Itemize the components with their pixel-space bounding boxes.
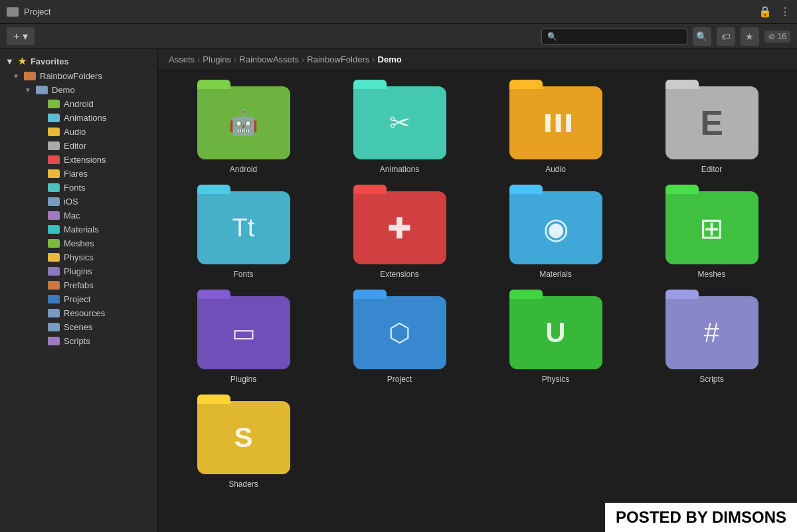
folder-small-icon: [48, 155, 60, 164]
folder-label: Project: [387, 375, 412, 384]
folder-item-meshes[interactable]: ⊞Meshes: [637, 186, 786, 284]
favorites-header[interactable]: ▼ ★ Favorites: [0, 53, 157, 69]
sidebar-item-ios[interactable]: iOS: [0, 195, 157, 209]
folder-small-icon: [48, 169, 60, 178]
folder-label: Physics: [542, 375, 569, 384]
sidebar-item-audio[interactable]: Audio: [0, 125, 157, 139]
search-input[interactable]: [541, 29, 687, 44]
folder-item-android[interactable]: 🤖Android: [169, 81, 318, 179]
folder-item-shaders[interactable]: SShaders: [169, 396, 318, 494]
folder-item-scripts[interactable]: #Scripts: [637, 291, 786, 389]
breadcrumb-demo[interactable]: Demo: [378, 54, 402, 64]
folder-item-plugins[interactable]: ▭Plugins: [169, 291, 318, 389]
sidebar-item-label: Plugins: [64, 266, 92, 276]
breadcrumb-rainbowfolders[interactable]: RainbowFolders: [307, 54, 369, 64]
sidebar-item-flares[interactable]: Flares: [0, 167, 157, 181]
title-bar: Project 🔒 ⋮: [0, 0, 797, 24]
folder-icon-plugins: ▭: [232, 318, 256, 347]
sidebar-item-prefabs[interactable]: Prefabs: [0, 278, 157, 292]
sidebar-item-physics[interactable]: Physics: [0, 250, 157, 264]
folder-small-icon: [48, 141, 60, 150]
sidebar-item-meshes[interactable]: Meshes: [0, 236, 157, 250]
sidebar-item-label: Meshes: [64, 238, 94, 248]
sidebar-item-scenes[interactable]: Scenes: [0, 320, 157, 334]
sidebar-item-project[interactable]: Project: [0, 292, 157, 306]
sidebar-item-label: Editor: [64, 141, 86, 151]
watermark: POSTED BY DIMSONS: [605, 503, 797, 532]
folder-item-audio[interactable]: ▐▐▐Audio: [481, 81, 630, 179]
add-button[interactable]: + ▾: [7, 27, 35, 45]
sidebar-item-label: Scripts: [64, 336, 90, 346]
folder-icon-editor: E: [700, 103, 723, 143]
folder-item-materials[interactable]: ◉Materials: [481, 186, 630, 284]
folder-icon-fonts: Tt: [232, 214, 255, 242]
breadcrumb-rainbowassets[interactable]: RainbowAssets: [239, 54, 299, 64]
sidebar-item-label: iOS: [64, 197, 78, 207]
title-bar-folder-icon: [7, 7, 19, 17]
sidebar-item-scripts[interactable]: Scripts: [0, 334, 157, 348]
folder-item-editor[interactable]: EEditor: [637, 81, 786, 179]
folder-shape: ◉: [509, 191, 602, 264]
sidebar-item-materials[interactable]: Materials: [0, 222, 157, 236]
lock-icon[interactable]: 🔒: [758, 5, 772, 18]
title-bar-actions: 🔒 ⋮: [758, 5, 790, 18]
folder-small-icon: [48, 295, 60, 304]
folder-item-fonts[interactable]: TtFonts: [169, 186, 318, 284]
breadcrumb-assets[interactable]: Assets: [169, 54, 195, 64]
sidebar-item-extensions[interactable]: Extensions: [0, 153, 157, 167]
folder-small-icon: [48, 337, 60, 345]
folder-small-icon: [48, 323, 60, 331]
sidebar-item-fonts[interactable]: Fonts: [0, 181, 157, 195]
folder-item-extensions[interactable]: ✚Extensions: [325, 186, 474, 284]
badge-count: 16: [778, 32, 786, 41]
favorites-arrow: ▼: [5, 56, 14, 66]
sidebar-item-label: RainbowFolders: [40, 71, 102, 81]
favorites-star-icon: ★: [18, 56, 27, 66]
search-icon-btn[interactable]: 🔍: [693, 27, 711, 46]
toolbar: + ▾ 🔍 🏷 ★ ⊘ 16: [0, 24, 797, 49]
sidebar-item-plugins[interactable]: Plugins: [0, 264, 157, 278]
sidebar-item-label: Project: [64, 294, 90, 304]
folder-small-icon: [48, 128, 60, 136]
folder-item-animations[interactable]: ✂Animations: [325, 81, 474, 179]
sidebar-item-label: Demo: [52, 85, 75, 95]
folder-label: Fonts: [233, 270, 253, 279]
sidebar-item-label: Flares: [64, 169, 88, 179]
sidebar-item-demo[interactable]: ▼Demo: [0, 83, 157, 97]
sidebar-item-rainbowfolders[interactable]: ▼RainbowFolders: [0, 69, 157, 83]
sidebar-item-animations[interactable]: Animations: [0, 111, 157, 125]
sidebar-item-android[interactable]: Android: [0, 97, 157, 111]
folder-small-icon: [48, 281, 60, 290]
folder-shape: U: [509, 296, 602, 369]
folder-small-icon: [48, 211, 60, 220]
folder-small-icon: [36, 86, 48, 94]
folder-icon-audio: ▐▐▐: [540, 114, 571, 132]
content-area: Assets › Plugins › RainbowAssets › Rainb…: [158, 49, 797, 532]
sidebar-item-label: Extensions: [64, 155, 106, 165]
sidebar-item-label: Scenes: [64, 322, 92, 332]
folder-item-project[interactable]: ⬡Project: [325, 291, 474, 389]
breadcrumb-plugins[interactable]: Plugins: [203, 54, 231, 64]
folder-label: Editor: [701, 165, 722, 174]
sidebar-item-label: Physics: [64, 252, 94, 262]
folder-shape: Tt: [197, 191, 290, 264]
filter-icon: ⊘: [768, 32, 775, 41]
menu-icon[interactable]: ⋮: [780, 5, 790, 18]
folder-label: Scripts: [699, 375, 724, 384]
star-icon-btn[interactable]: ★: [741, 27, 759, 46]
main-layout: ▼ ★ Favorites ▼RainbowFolders▼DemoAndroi…: [0, 49, 797, 532]
tag-icon-btn[interactable]: 🏷: [717, 27, 735, 46]
sidebar-item-editor[interactable]: Editor: [0, 139, 157, 153]
sidebar-item-mac[interactable]: Mac: [0, 209, 157, 222]
badge-filter-btn[interactable]: ⊘ 16: [764, 31, 790, 43]
folder-item-physics[interactable]: UPhysics: [481, 291, 630, 389]
folder-icon-android: 🤖: [228, 109, 258, 137]
sidebar: ▼ ★ Favorites ▼RainbowFolders▼DemoAndroi…: [0, 49, 158, 532]
breadcrumb: Assets › Plugins › RainbowAssets › Rainb…: [158, 49, 797, 70]
sidebar-item-resources[interactable]: Resources: [0, 306, 157, 320]
folder-icon-materials: ◉: [543, 211, 569, 245]
folder-label: Plugins: [230, 375, 256, 384]
folder-shape: #: [665, 296, 758, 369]
sidebar-item-label: Android: [64, 99, 94, 109]
folder-icon-shaders: S: [234, 422, 252, 454]
